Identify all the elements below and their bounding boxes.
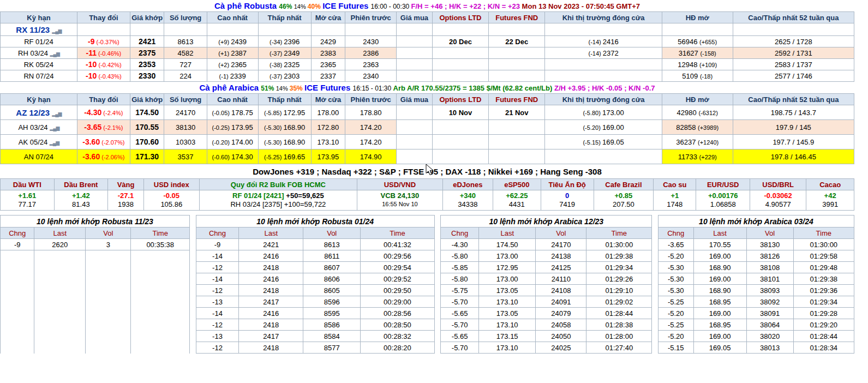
text-span: 82858 [676, 123, 698, 131]
table-cell: 172.95 [478, 262, 535, 273]
column-header: Time [793, 228, 854, 239]
text-span: (+229) [699, 154, 717, 160]
text-span: 2339 [230, 72, 246, 80]
table-cell: 5109 (-18) [662, 70, 733, 82]
table-row: ChngLastVolTime [196, 228, 434, 239]
table-row: RF 01/24-9 (-0.37%)24218613(+9) 2439(-34… [1, 36, 854, 47]
text-span: -9 [88, 37, 94, 46]
table-cell: (-14) 2372 [545, 47, 662, 59]
table-cell: 11733 (+229) [662, 149, 733, 164]
chart-icon[interactable]: ▂▄▆ [52, 28, 61, 34]
table-cell: -5.70 [441, 342, 479, 354]
table-cell [397, 59, 433, 70]
table-cell: 224 [164, 70, 207, 82]
text-span: 16:55 Nov 10 [358, 200, 441, 209]
table-cell: 00:29:50 [361, 285, 434, 296]
chart-icon[interactable]: ▂▄▆ [52, 111, 61, 117]
table-cell: 174.20 [345, 135, 397, 149]
text-span: RH 03/24 [18, 49, 50, 57]
table-cell: 01:29:10 [586, 285, 652, 296]
text-span: (-2.06%) [100, 154, 124, 160]
table-cell: 00:41:32 [361, 239, 434, 250]
table-cell: 01:29:34 [586, 262, 652, 273]
text-span: F/H = +46 ; H/K = +22 ; K/N = +23 [411, 2, 522, 10]
table-cell: RH 03/24 ▂▄▆ [1, 47, 77, 59]
table-cell: -9 (-0.37%) [77, 36, 130, 47]
table-cell [311, 23, 345, 36]
table-cell: -4.30 (-2.4%) [77, 105, 130, 120]
table-row [1, 273, 190, 285]
table-row [1, 285, 190, 296]
table-cell: -12 [196, 319, 239, 331]
table-cell [131, 308, 190, 319]
table-cell: 2418 [239, 319, 303, 331]
column-header: Chng [658, 228, 693, 239]
table-cell: (-5.25) 169.65 [258, 149, 311, 164]
table-cell: AH 03/24 ▂▄▆ [1, 120, 77, 135]
text-span: 81.43 [56, 200, 107, 209]
table-cell: 8606 [303, 273, 361, 285]
text-span: (-5.25) [264, 154, 283, 160]
table-cell [1, 262, 34, 273]
column-header: Cao/Thấp nhất 52 tuần qua [733, 94, 854, 105]
table-cell [86, 319, 131, 331]
table-cell: -5.65 [441, 331, 479, 342]
table-row: -4.30174.502417001:30:00 [441, 239, 652, 250]
column-header: Last [239, 228, 303, 239]
text-span: (+9) [218, 39, 231, 45]
table-cell [489, 120, 545, 135]
table-cell: 01:29:34 [793, 296, 854, 308]
table-row [1, 331, 190, 342]
table-cell: 170.55 [693, 239, 746, 250]
table-cell: 8613 [164, 36, 207, 47]
text-span: AH 03/24 [18, 123, 50, 131]
table-cell: (+2) 2365 [207, 59, 258, 70]
text-span: 14% [294, 3, 308, 10]
table-cell: -14 [196, 308, 239, 319]
text-span: 35% [290, 85, 304, 92]
table-row: AZ 12/23 ▂▄▆-4.30 (-2.4%)174.5024170(-0.… [1, 105, 854, 120]
text-span: +50=59,625 [284, 192, 324, 200]
table-cell: -13 [196, 296, 239, 308]
column-header: Futures FND [489, 12, 545, 23]
table-cell [432, 23, 488, 36]
text-span: 169.05 [602, 138, 624, 146]
table-cell: 8595 [303, 308, 361, 319]
text-span: 207.50 [595, 200, 653, 209]
table-cell: 2417 [239, 331, 303, 342]
table-cell: -3.60 (-2.07%) [77, 135, 130, 149]
table-cell [545, 23, 662, 36]
table-cell: (-1) 2339 [207, 70, 258, 82]
table-cell: +11748 [654, 190, 696, 211]
column-header: Chng [441, 228, 479, 239]
text-span: (-2.07%) [100, 139, 124, 146]
table-row: -132417858400:28:32 [196, 331, 434, 342]
chart-icon[interactable]: ▂▄▆ [50, 51, 59, 57]
text-span: 178.75 [231, 109, 253, 117]
text-span: -3.65 [84, 123, 101, 131]
text-span: 174.50 [135, 108, 159, 117]
table-cell: 38013 [746, 342, 793, 354]
text-span: 12948 [678, 61, 699, 69]
table-row [1, 342, 190, 354]
table-cell: -5.25 [658, 319, 693, 331]
table-cell: 24170 [536, 239, 586, 250]
column-header: HĐ mở [662, 94, 733, 105]
table-cell [432, 120, 488, 135]
column-header: Options LTD [432, 12, 488, 23]
table-cell: -5.85 [441, 262, 479, 273]
text-span: 2375 [139, 49, 155, 57]
table-row: -5.65173.152405001:28:00 [441, 331, 652, 342]
text-span: AK 05/24 [19, 138, 50, 146]
table-row: -142416861100:29:56 [196, 250, 434, 262]
text-span: +62.25 [506, 192, 528, 200]
chart-icon[interactable]: ▂▄▆ [50, 125, 59, 131]
text-span: +0.00176 [708, 192, 738, 200]
text-span: Mon 13 Nov 2023 - 07:50:45 GMT+7 [522, 2, 640, 10]
chart-icon[interactable]: ▂▄▆ [50, 140, 59, 146]
table-cell [34, 308, 86, 319]
column-header: Quy đổi R2 Bulk FOB HCMC [199, 179, 357, 190]
column-header: Vol [303, 228, 361, 239]
text-span: -3.60 [82, 137, 100, 146]
column-header: Cafe Brazil [594, 179, 654, 190]
